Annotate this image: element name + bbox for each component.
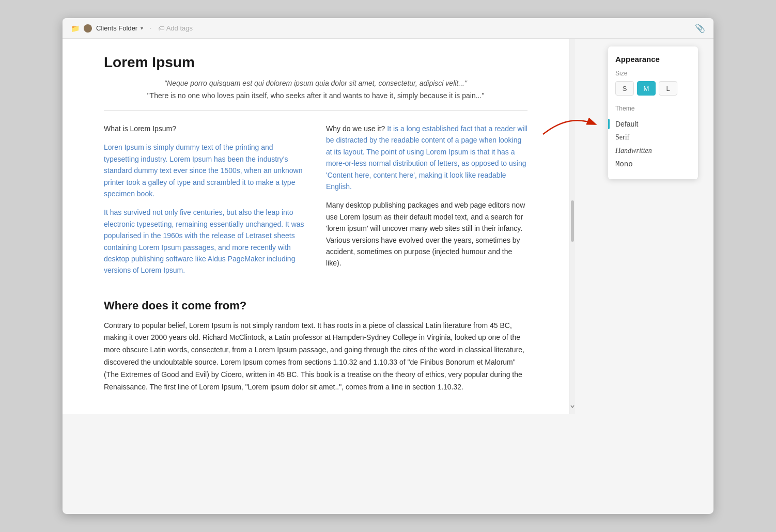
doc-quote-1: "Neque porro quisquam est qui dolorem ip… <box>104 79 527 87</box>
col1-para2: It has survived not only five centuries,… <box>104 207 305 276</box>
toolbar-right: 📎 <box>695 23 705 33</box>
section2-heading: Where does it come from? <box>104 299 527 312</box>
app-window: 📁 Clients Folder ▾ · 🏷 Add tags 📎 Lorem … <box>63 18 713 514</box>
col1-heading: What is Lorem Ipsum? <box>104 123 305 134</box>
add-tags-label: Add tags <box>166 24 193 32</box>
col2-para2: Many desktop publishing packages and web… <box>326 199 527 269</box>
add-tags-area[interactable]: 🏷 Add tags <box>158 24 193 32</box>
theme-list: Default Serif Handwritten Mono <box>615 117 691 171</box>
size-label: Size <box>615 70 691 77</box>
two-column-section: What is Lorem Ipsum? Loren Ipsum is simp… <box>104 123 527 284</box>
document-title: Lorem Ipsum <box>104 54 527 71</box>
theme-label: Theme <box>615 105 691 112</box>
size-m[interactable]: M <box>637 81 656 96</box>
theme-serif-label: Serif <box>615 133 629 142</box>
scroll-thumb[interactable] <box>571 200 574 242</box>
col1-p1-text: Loren Ipsum is simply dummy text of the … <box>104 143 302 198</box>
theme-default-label: Default <box>615 120 638 128</box>
section2-body: Contrary to popular belief, Lorem Ipsum … <box>104 320 527 394</box>
size-l[interactable]: L <box>659 81 677 96</box>
user-icon <box>84 24 92 33</box>
col2-heading-text: Why do we use it? It is a long establish… <box>326 123 527 192</box>
section2-body-text: Contrary to popular belief, <box>104 321 189 330</box>
col2-p2-text: Many desktop publishing packages and web… <box>326 201 525 267</box>
section2-rest: discovered the un <box>104 358 161 366</box>
appearance-panel: Appearance Size S M L Theme Default Seri… <box>608 46 698 179</box>
divider-dot: · <box>149 24 151 33</box>
folder-chevron: ▾ <box>141 25 143 31</box>
scrollbar[interactable] <box>569 39 575 414</box>
size-s[interactable]: S <box>615 81 634 96</box>
tag-icon: 🏷 <box>158 25 164 32</box>
clip-icon[interactable]: 📎 <box>695 23 705 33</box>
folder-name: Clients Folder <box>96 24 137 32</box>
size-buttons: S M L <box>615 81 691 96</box>
folder-label[interactable]: Clients Folder ▾ <box>96 24 143 32</box>
folder-icon: 📁 <box>71 24 80 33</box>
theme-mono[interactable]: Mono <box>615 158 691 171</box>
toolbar: 📁 Clients Folder ▾ · 🏷 Add tags 📎 <box>63 18 713 39</box>
col2-p1: It is a long established fact that a rea… <box>326 124 527 191</box>
theme-handwritten[interactable]: Handwritten <box>615 144 691 158</box>
col2-heading: Why do we use it? <box>326 124 387 133</box>
theme-default[interactable]: Default <box>615 117 691 131</box>
document-area: Lorem Ipsum "Neque porro quisquam est qu… <box>63 39 569 414</box>
scroll-down-arrow[interactable] <box>570 401 575 411</box>
column-left: What is Lorem Ipsum? Loren Ipsum is simp… <box>104 123 305 284</box>
theme-mono-label: Mono <box>615 160 633 168</box>
theme-handwritten-label: Handwritten <box>615 147 652 155</box>
panel-title: Appearance <box>615 55 691 64</box>
doc-quote-2: "There is no one who loves pain itself, … <box>104 91 527 100</box>
theme-serif[interactable]: Serif <box>615 131 691 144</box>
col1-para1: Loren Ipsum is simply dummy text of the … <box>104 142 305 199</box>
column-right: Why do we use it? It is a long establish… <box>326 123 527 284</box>
col1-p2-text: It has survived not only five centuries,… <box>104 208 304 274</box>
section-divider <box>104 110 527 111</box>
